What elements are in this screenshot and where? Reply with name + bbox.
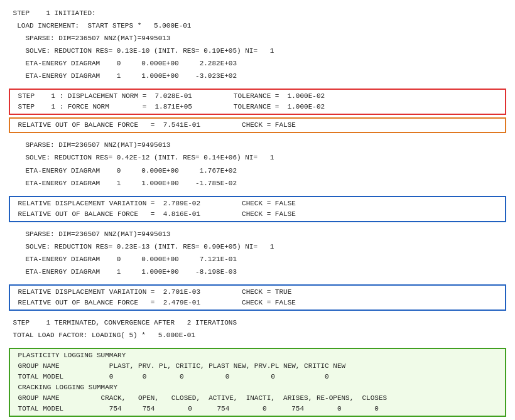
force-norm-line: STEP 1 : FORCE NORM = 1.871E+05 TOLERANC… (14, 102, 501, 112)
rel-balance-line2: RELATIVE OUT OF BALANCE FORCE = 4.816E-0… (14, 209, 501, 220)
sparse3: SPARSE: DIM=236507 NNZ(MAT)=9495013 (9, 229, 506, 240)
cracking-header: CRACKING LOGGING SUMMARY (14, 382, 501, 393)
relative-balance-line1: RELATIVE OUT OF BALANCE FORCE = 7.541E-0… (14, 120, 501, 131)
solve3: SOLVE: REDUCTION RES= 0.23E-13 (INIT. RE… (9, 242, 506, 252)
plasticity-total: TOTAL MODEL 0 0 0 0 0 0 (14, 372, 501, 382)
displacement-norm-line: STEP 1 : DISPLACEMENT NORM = 7.028E-01 T… (14, 91, 501, 102)
console-output: STEP 1 INITIATED: LOAD INCREMENT: START … (9, 8, 506, 420)
load-increment: LOAD INCREMENT: START STEPS * 5.000E-01 (9, 21, 506, 31)
sparse2: SPARSE: DIM=236507 NNZ(MAT)=9495013 (9, 140, 506, 151)
displacement-force-norm-box: STEP 1 : DISPLACEMENT NORM = 7.028E-01 T… (9, 89, 506, 115)
convergence-line2: TOTAL LOAD FACTOR: LOADING( 5) * 5.000E-… (9, 330, 506, 341)
rel-disp-var-line1: RELATIVE DISPLACEMENT VARIATION = 2.789E… (14, 198, 501, 209)
sparse1: SPARSE: DIM=236507 NNZ(MAT)=9495013 (9, 33, 506, 44)
cracking-cols: GROUP NAME CRACK, OPEN, CLOSED, ACTIVE, … (14, 393, 501, 404)
step-header: STEP 1 INITIATED: (9, 8, 506, 19)
eta1-0: ETA-ENERGY DIAGRAM 0 0.000E+00 2.282E+03 (9, 58, 506, 69)
solve2: SOLVE: REDUCTION RES= 0.42E-12 (INIT. RE… (9, 153, 506, 163)
plasticity-cracking-summary-box: PLASTICITY LOGGING SUMMARY GROUP NAME PL… (9, 348, 506, 417)
eta2-0: ETA-ENERGY DIAGRAM 0 0.000E+00 1.767E+02 (9, 166, 506, 176)
plasticity-header: PLASTICITY LOGGING SUMMARY (14, 350, 501, 361)
relative-displacement-box1: RELATIVE DISPLACEMENT VARIATION = 2.789E… (9, 196, 506, 222)
relative-displacement-box2: RELATIVE DISPLACEMENT VARIATION = 2.701E… (9, 284, 506, 311)
plasticity-cols: GROUP NAME PLAST, PRV. PL, CRITIC, PLAST… (14, 361, 501, 372)
rel-balance-line3: RELATIVE OUT OF BALANCE FORCE = 2.479E-0… (14, 298, 501, 308)
convergence-line1: STEP 1 TERMINATED, CONVERGENCE AFTER 2 I… (9, 318, 506, 328)
solve1: SOLVE: REDUCTION RES= 0.13E-10 (INIT. RE… (9, 46, 506, 57)
rel-disp-var-line2: RELATIVE DISPLACEMENT VARIATION = 2.701E… (14, 287, 501, 298)
relative-out-of-balance-box1: RELATIVE OUT OF BALANCE FORCE = 7.541E-0… (9, 117, 506, 133)
cracking-total: TOTAL MODEL 754 754 0 754 0 754 0 0 (14, 404, 501, 414)
eta3-1: ETA-ENERGY DIAGRAM 1 1.000E+00 -8.198E-0… (9, 267, 506, 277)
eta2-1: ETA-ENERGY DIAGRAM 1 1.000E+00 -1.785E-0… (9, 178, 506, 189)
eta3-0: ETA-ENERGY DIAGRAM 0 0.000E+00 7.121E-01 (9, 254, 506, 265)
eta1-1: ETA-ENERGY DIAGRAM 1 1.000E+00 -3.023E+0… (9, 71, 506, 82)
